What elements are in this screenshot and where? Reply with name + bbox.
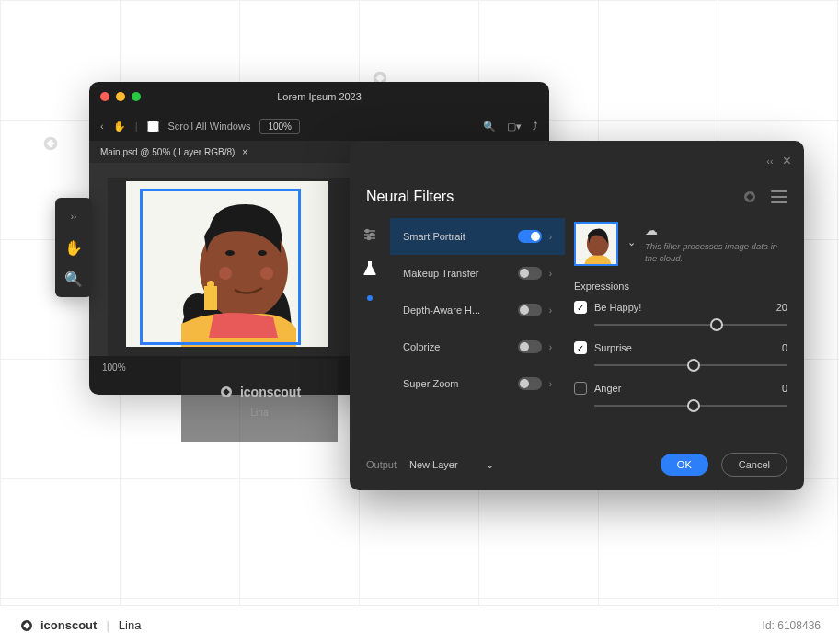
control-value: 0 [782, 383, 787, 394]
svg-point-14 [368, 237, 371, 240]
titlebar: Lorem Ipsum 2023 [89, 82, 549, 111]
toggle-switch[interactable] [518, 230, 542, 243]
filter-label: Super Zoom [403, 378, 511, 389]
brand-icon [18, 617, 35, 634]
filter-label: Smart Portrait [403, 231, 511, 242]
filter-settings: ⌄ ☁ This filter processes image data in … [565, 213, 804, 443]
filter-row[interactable]: Depth-Aware H...› [390, 292, 565, 328]
filter-label: Depth-Aware H... [403, 305, 511, 316]
separator: | [106, 618, 109, 632]
filter-row[interactable]: Super Zoom› [390, 365, 565, 402]
gear-icon[interactable] [741, 189, 758, 205]
page-footer: iconscout | Lina Id: 6108436 [0, 605, 839, 644]
share-icon[interactable]: ⤴ [533, 121, 538, 132]
panel-title: Neural Filters [366, 189, 454, 205]
control-label: Be Happy! [594, 302, 769, 313]
slider[interactable] [594, 398, 787, 413]
cancel-button[interactable]: Cancel [721, 453, 787, 477]
toggle-switch[interactable] [518, 267, 542, 280]
hand-icon[interactable]: ✋ [113, 121, 126, 132]
control-value: 0 [782, 342, 787, 353]
toggle-switch[interactable] [518, 304, 542, 316]
filter-label: Colorize [403, 341, 511, 352]
control-value: 20 [776, 302, 787, 313]
preview-thumbnail[interactable] [574, 222, 618, 266]
window-title: Lorem Ipsum 2023 [277, 91, 362, 102]
checkbox[interactable]: ✓ [574, 341, 587, 354]
filter-row[interactable]: Smart Portrait› [390, 218, 565, 255]
tool-palette: ›› ✋ 🔍 [55, 198, 92, 297]
panel-side-tabs [350, 213, 390, 443]
expand-palette-icon[interactable]: ›› [61, 203, 86, 229]
chevron-down-icon: ⌄ [486, 459, 494, 471]
toggle-switch[interactable] [518, 377, 542, 390]
output-label: Output [366, 459, 397, 470]
chevron-right-icon: › [549, 232, 552, 242]
frame-icon[interactable]: ▢▾ [507, 121, 522, 132]
chevron-right-icon: › [549, 342, 552, 352]
beaker-tab-icon[interactable] [361, 259, 379, 277]
checkbox[interactable]: ✓ [574, 301, 587, 314]
panel-header: ‹‹ × [350, 141, 804, 181]
control-label: Anger [594, 383, 775, 394]
section-title: Expressions [574, 281, 787, 292]
slider[interactable] [594, 358, 787, 373]
panel-footer: Output New Layer ⌄ OK Cancel [350, 443, 804, 487]
filter-row[interactable]: Makeup Transfer› [390, 255, 565, 292]
canvas-zoom-label: 100% [102, 362, 126, 373]
neural-filters-panel: ‹‹ × Neural Filters Smart Portrait›Makeu… [350, 141, 804, 490]
filter-list: Smart Portrait›Makeup Transfer›Depth-Awa… [390, 213, 565, 443]
tab-label: Main.psd @ 50% ( Layer RGB/8) [100, 147, 235, 157]
output-value: New Layer [409, 459, 458, 470]
close-tab-icon[interactable]: × [242, 147, 247, 157]
ok-button[interactable]: OK [661, 454, 708, 476]
zoom-box[interactable]: 100% [259, 119, 300, 134]
menu-icon[interactable] [771, 190, 787, 203]
minimize-dot[interactable] [116, 92, 125, 101]
checkbox[interactable] [574, 382, 587, 395]
hand-tool-icon[interactable]: ✋ [61, 235, 86, 260]
chevron-right-icon: › [549, 379, 552, 389]
chevron-right-icon: › [549, 269, 552, 279]
svg-point-12 [366, 230, 369, 233]
scroll-checkbox[interactable] [147, 121, 159, 132]
scroll-label: Scroll All Windows [168, 121, 251, 132]
footer-id: Id: 6108436 [763, 619, 821, 632]
slider[interactable] [594, 317, 787, 332]
cloud-text: This filter processes image data in the … [645, 241, 777, 263]
ruler-vertical [89, 163, 108, 356]
chevron-right-icon: › [549, 305, 552, 316]
search-icon[interactable]: 🔍 [483, 121, 496, 132]
svg-point-13 [371, 234, 374, 236]
control-label: Surprise [594, 342, 775, 353]
attribution-overlay: iconscout Lina [181, 359, 338, 442]
sliders-tab-icon[interactable] [361, 225, 379, 244]
footer-brand: iconscout [40, 618, 97, 632]
brand-icon [218, 384, 235, 400]
close-dot[interactable] [100, 92, 109, 101]
toggle-switch[interactable] [518, 340, 542, 353]
selection-box[interactable] [140, 189, 301, 345]
toolbar: ‹ ✋ | Scroll All Windows 100% 🔍 ▢▾ ⤴ [89, 111, 549, 141]
active-indicator-icon [367, 295, 373, 301]
chevron-down-icon[interactable]: ⌄ [627, 236, 636, 248]
attrib-author: Lina [251, 408, 269, 418]
zoom-tool-icon[interactable]: 🔍 [61, 266, 86, 292]
footer-author: Lina [119, 618, 142, 632]
collapse-icon[interactable]: ‹‹ [766, 155, 773, 167]
back-icon[interactable]: ‹ [100, 121, 104, 132]
maximize-dot[interactable] [132, 92, 141, 101]
output-select[interactable]: New Layer ⌄ [409, 459, 494, 471]
filter-row[interactable]: Colorize› [390, 328, 565, 365]
attrib-brand: iconscout [240, 385, 301, 399]
traffic-lights [100, 92, 141, 101]
close-panel-icon[interactable]: × [783, 153, 791, 169]
panel-title-row: Neural Filters [350, 181, 804, 213]
cloud-icon: ☁ [645, 223, 658, 237]
filter-label: Makeup Transfer [403, 268, 511, 279]
